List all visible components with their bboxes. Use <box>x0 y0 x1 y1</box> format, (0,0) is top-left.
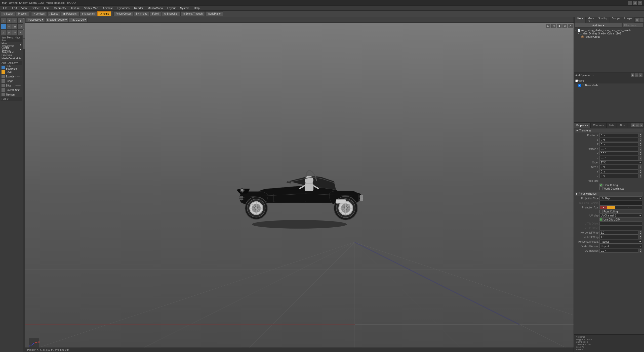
uv-rot-input[interactable] <box>601 249 637 252</box>
thicken-tool[interactable]: Thicken <box>1 92 22 97</box>
world-plane-button[interactable]: WorldPlane <box>205 11 223 16</box>
tab-items[interactable]: Items <box>575 17 585 23</box>
tool-vertex-slide[interactable]: △ <box>1 30 6 35</box>
pos-z-input[interactable] <box>601 143 637 146</box>
rot-x-value[interactable] <box>599 147 638 151</box>
tab-groups[interactable]: Groups <box>610 17 622 23</box>
u-tile-value[interactable] <box>599 222 642 226</box>
strip-tab-2[interactable]: P <box>23 28 25 38</box>
section-item-menu[interactable]: Item Menu: New Item <box>1 36 22 42</box>
menu-maxtomodo[interactable]: MaxToModo <box>146 6 165 10</box>
bevel-tool[interactable]: Bevel <box>1 70 22 74</box>
viewport-canvas[interactable]: ⊡ ◻ ◼ ⊞ ↗ X Y Z Position <box>25 23 574 352</box>
v-tile-input[interactable] <box>601 227 641 230</box>
menu-system[interactable]: System <box>178 6 191 10</box>
pos-z-value[interactable] <box>599 142 638 146</box>
pos-z-down[interactable]: ▼ <box>639 144 642 146</box>
symmetry-button[interactable]: Symmetry <box>134 11 149 16</box>
rot-y-up[interactable]: ▲ <box>639 151 642 153</box>
add-item-button[interactable]: Add Item ▾ <box>575 23 622 28</box>
proj-camera-value[interactable] <box>599 201 642 205</box>
viewport[interactable]: Perspective ▾ Shaded Texture ▾ Ray GL: O… <box>25 17 574 352</box>
op-pin[interactable]: ◉ <box>631 73 634 77</box>
world-coords-checkbox[interactable] <box>599 187 602 190</box>
size-x-value[interactable] <box>599 165 638 169</box>
tab-properties[interactable]: Properties <box>574 123 591 128</box>
props-settings[interactable]: ≡ <box>639 123 643 127</box>
props-min[interactable]: — <box>635 123 639 127</box>
strip-tab-3[interactable]: C <box>23 39 25 49</box>
action-center-button[interactable]: Action Center <box>113 11 133 16</box>
size-x-up[interactable]: ▲ <box>639 165 642 167</box>
slice-tool[interactable]: Slice Shift+K <box>1 83 22 88</box>
sculpt-button[interactable]: ◇ Sculpt <box>1 11 15 16</box>
size-x-input[interactable] <box>601 166 637 168</box>
tool-paint[interactable]: 🖌 <box>18 30 23 35</box>
pos-y-value[interactable] <box>599 138 638 142</box>
falloff-button[interactable]: Falloff <box>150 11 161 16</box>
size-z-down[interactable]: ▼ <box>639 176 642 178</box>
maximize-button[interactable]: □ <box>633 1 637 5</box>
props-pin[interactable]: ◉ <box>631 123 635 127</box>
rot-x-up[interactable]: ▲ <box>639 147 642 149</box>
select-through-button[interactable]: ◎ Select Through <box>180 11 205 16</box>
size-x-down[interactable]: ▼ <box>639 167 642 169</box>
h-repeat-dropdown[interactable]: Repeat ▾ <box>599 240 642 244</box>
menu-layout[interactable]: Layout <box>165 6 178 10</box>
raygl-button[interactable]: Ray GL: Off ▾ <box>69 18 88 22</box>
size-z-up[interactable]: ▲ <box>639 174 642 176</box>
tab-attrs[interactable]: Attrs <box>617 123 627 128</box>
v-wrap-input[interactable] <box>601 236 637 239</box>
menu-select[interactable]: Select <box>30 6 42 10</box>
h-wrap-up[interactable]: ▲ <box>639 231 642 233</box>
rot-z-input[interactable] <box>601 157 637 159</box>
op-item-check[interactable] <box>578 84 581 87</box>
sds-subdivide[interactable]: SDS Subdivide <box>1 65 22 70</box>
shading-button[interactable]: Shaded Texture ▾ <box>45 18 68 22</box>
menu-vertex-map[interactable]: Vertex Map <box>82 6 100 10</box>
extrude-tool[interactable]: Extrude Shift+X <box>1 74 22 79</box>
menu-animate[interactable]: Animate <box>101 6 115 10</box>
items-minimize-button[interactable]: — <box>639 18 643 22</box>
operators-dropdown[interactable]: ▾ <box>592 74 594 77</box>
tree-item-mesh[interactable]: ▶ ⬡ Man_Driving_Shelby_Cobra_1965 <box>574 32 643 35</box>
pos-y-input[interactable] <box>601 139 637 141</box>
smooth-shift-tool[interactable]: Smooth Shift <box>1 88 22 92</box>
tool-select[interactable]: ↖ <box>1 18 6 24</box>
viewport-icon-2[interactable]: ◻ <box>551 24 556 28</box>
perspective-button[interactable]: Perspective ▾ <box>26 18 45 22</box>
menu-render[interactable]: Render <box>132 6 145 10</box>
uv-rot-up[interactable]: ▲ <box>639 249 642 251</box>
uv-rot-down[interactable]: ▼ <box>639 251 642 253</box>
tool-rotate-view[interactable]: ↺ <box>6 18 12 24</box>
mesh-constraints[interactable]: Mesh Constraints <box>1 56 22 61</box>
items-pin-button[interactable]: ◉ <box>635 18 639 22</box>
pos-y-down[interactable]: ▼ <box>639 140 642 142</box>
menu-dynamics[interactable]: Dynamics <box>115 6 132 10</box>
pos-x-down[interactable]: ▼ <box>639 135 642 137</box>
axis-z-segment[interactable]: Z <box>615 206 642 209</box>
tool-polygon[interactable]: ◇ <box>12 30 18 35</box>
tab-images[interactable]: Images <box>622 17 634 23</box>
close-button[interactable]: ✕ <box>638 1 642 5</box>
size-z-value[interactable] <box>599 174 638 178</box>
viewport-icon-3[interactable]: ◼ <box>557 24 561 28</box>
tool-scale[interactable]: ⊠ <box>12 24 18 29</box>
snaps-precision[interactable]: Snaps and Precision <box>1 52 22 56</box>
pos-x-value[interactable] <box>599 133 638 137</box>
operator-item-base-mesh[interactable]: ⬡ Base Mesh <box>574 83 644 87</box>
front-culling-checkbox[interactable] <box>599 210 602 213</box>
tool-rotate[interactable]: ↻ <box>6 24 12 29</box>
transform-header[interactable]: ▼ Transform <box>575 129 643 133</box>
bridge-tool[interactable]: Bridge <box>1 79 22 83</box>
menu-edit[interactable]: Edit <box>10 6 19 10</box>
uv-map-dropdown[interactable]: UVChannel_1 ▾ <box>599 213 642 217</box>
tab-shading[interactable]: Shading <box>596 17 610 23</box>
menu-geometry[interactable]: Geometry <box>52 6 68 10</box>
tab-mesh-ops[interactable]: Mesh Ops <box>586 17 596 23</box>
strip-tab-1[interactable]: B <box>23 18 25 28</box>
menu-help[interactable]: Help <box>192 6 202 10</box>
mode-polygons[interactable]: ▣ Polygons <box>61 11 79 16</box>
tree-item-file[interactable]: ▼ 📄 Man_Driving_Shelby_Cobra_1965_modo_b… <box>574 29 643 32</box>
v-tile-value[interactable] <box>599 226 642 230</box>
